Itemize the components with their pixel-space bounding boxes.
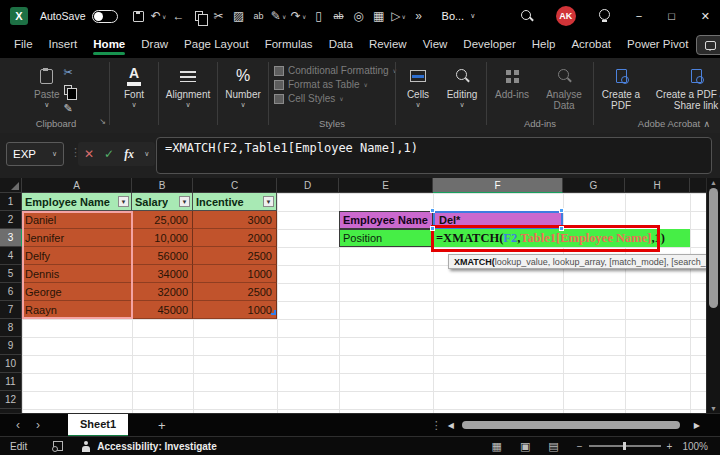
row-header-4[interactable]: 4	[0, 247, 22, 265]
cell-A4[interactable]: Delfy	[22, 247, 132, 265]
zoom-in-button[interactable]: +	[667, 441, 673, 452]
name-box[interactable]: EXP ∨	[6, 142, 64, 166]
filter-button[interactable]: ▼	[118, 196, 129, 207]
autosave-toggle[interactable]	[92, 10, 118, 23]
sheet-tab-sheet1[interactable]: Sheet1	[68, 414, 128, 437]
row-header-6[interactable]: 6	[0, 283, 22, 301]
cell-C5[interactable]: 1000	[193, 265, 277, 283]
column-header-a[interactable]: A	[22, 178, 132, 193]
scrollbar-dots-icon[interactable]: ⋮	[431, 419, 442, 432]
row-header-2[interactable]: 2	[0, 211, 22, 229]
table-resize-handle[interactable]	[271, 310, 276, 315]
comments-button[interactable]: Comments	[696, 35, 720, 55]
close-button[interactable]: ✕	[701, 10, 710, 23]
scroll-right-icon[interactable]: ▶	[694, 421, 700, 430]
cells-button[interactable]: Cells ∨	[407, 60, 429, 107]
minimize-button[interactable]: −	[636, 10, 642, 22]
cell-B3[interactable]: 10,000	[132, 229, 193, 247]
tab-insert[interactable]: Insert	[41, 34, 86, 56]
filter-button[interactable]: ▼	[263, 196, 274, 207]
tab-power-pivot[interactable]: Power Pivot	[619, 34, 696, 56]
add-sheet-button[interactable]: +	[158, 418, 166, 433]
cell-A5[interactable]: Dennis	[22, 265, 132, 283]
table-header-incentive[interactable]: Incentive▼	[193, 193, 277, 211]
cell-E3[interactable]: Position	[339, 229, 433, 247]
tab-help[interactable]: Help	[524, 34, 564, 56]
scroll-left-icon[interactable]: ◀	[448, 421, 454, 430]
alignment-button[interactable]: Alignment ∨	[166, 60, 210, 107]
zoom-slider-thumb[interactable]	[623, 442, 626, 450]
vertical-scrollbar-thumb[interactable]	[709, 188, 718, 308]
ink-pen-icon[interactable]: ✎∨	[270, 7, 288, 25]
cell-C4[interactable]: 2500	[193, 247, 277, 265]
spreadsheet-grid[interactable]: ABCDEFGH12345678910111213Employee Name▼S…	[0, 178, 706, 413]
new-file-icon[interactable]: ▯	[310, 7, 328, 25]
selection-handle[interactable]	[430, 226, 435, 231]
horizontal-scrollbar-thumb[interactable]	[462, 421, 680, 429]
number-button[interactable]: % Number ∨	[225, 60, 261, 107]
cell-C6[interactable]: 2500	[193, 283, 277, 301]
row-header-12[interactable]: 12	[0, 391, 22, 409]
menu-item-cell-styles[interactable]: Cell Styles∨	[270, 93, 394, 104]
column-header-e[interactable]: E	[339, 178, 433, 193]
column-header-partial[interactable]	[690, 178, 706, 193]
cell-E2[interactable]: Employee Name	[339, 211, 433, 229]
addins-button[interactable]: Add-ins	[490, 60, 534, 116]
workbook-name-menu[interactable]: Bo... ∨	[442, 10, 476, 22]
camera-icon[interactable]: ◎	[350, 7, 368, 25]
formula-input[interactable]: =XMATCH(F2,Table1[Employee Name],1)	[156, 137, 712, 174]
tab-formulas[interactable]: Formulas	[257, 34, 321, 56]
undo-icon[interactable]: ↶∨	[150, 7, 168, 25]
lightbulb-icon[interactable]	[598, 9, 610, 23]
page-layout-view-icon[interactable]: ▣	[520, 440, 530, 453]
save-icon[interactable]	[130, 7, 148, 25]
tab-review[interactable]: Review	[361, 34, 415, 56]
tab-view[interactable]: View	[415, 34, 456, 56]
maximize-button[interactable]: □	[668, 10, 675, 22]
zoom-level[interactable]: 100%	[682, 441, 708, 452]
page-break-view-icon[interactable]: ▤	[548, 440, 558, 453]
create-pdf-button[interactable]: Create a PDF	[596, 60, 646, 116]
insert-function-button[interactable]: fx	[124, 147, 134, 162]
vertical-scrollbar[interactable]: ▲ ▼	[706, 178, 720, 413]
copy-icon[interactable]	[190, 7, 208, 25]
column-header-g[interactable]: G	[563, 178, 625, 193]
sheet-nav-left-icon[interactable]: ‹	[16, 418, 20, 432]
dialog-launcher-icon[interactable]: ↘	[99, 117, 106, 126]
tab-draw[interactable]: Draw	[133, 34, 176, 56]
tab-developer[interactable]: Developer	[455, 34, 523, 56]
cell-B5[interactable]: 34000	[132, 265, 193, 283]
table-header-employee-name[interactable]: Employee Name▼	[22, 193, 132, 211]
filter-button[interactable]: ▼	[179, 196, 190, 207]
zoom-slider[interactable]	[589, 445, 661, 447]
cell-B4[interactable]: 56000	[132, 247, 193, 265]
create-pdf-share-button[interactable]: Create a PDF and Share link	[650, 60, 720, 116]
horizontal-scrollbar[interactable]	[460, 420, 688, 430]
tab-data[interactable]: Data	[321, 34, 361, 56]
table-header-salary[interactable]: Salary▼	[132, 193, 193, 211]
tab-acrobat[interactable]: Acrobat	[563, 34, 619, 56]
cell-B6[interactable]: 32000	[132, 283, 193, 301]
column-header-d[interactable]: D	[277, 178, 339, 193]
paste-button[interactable]: Paste ∨	[34, 60, 60, 116]
font-button[interactable]: A Font ∨	[124, 60, 144, 107]
cut-icon[interactable]: ✂	[210, 7, 228, 25]
cell-C7[interactable]: 1000	[193, 301, 277, 319]
select-all-corner[interactable]	[0, 178, 22, 193]
cell-C2[interactable]: 3000	[193, 211, 277, 229]
cell-A3[interactable]: Jennifer	[22, 229, 132, 247]
excel-logo[interactable]: X	[10, 7, 28, 25]
row-header-10[interactable]: 10	[0, 355, 22, 373]
avatar[interactable]: AK	[556, 6, 576, 26]
row-header-11[interactable]: 11	[0, 373, 22, 391]
selection-handle[interactable]	[430, 208, 435, 213]
more-commands-icon[interactable]: »	[410, 7, 428, 25]
picture-icon[interactable]: ▨	[230, 7, 248, 25]
menu-item-format-as-table[interactable]: Format as Table∨	[270, 79, 394, 90]
editing-button[interactable]: Editing ∨	[447, 60, 478, 107]
accessibility-status[interactable]: Accessibility: Investigate	[97, 441, 217, 452]
zoom-out-button[interactable]: −	[577, 441, 583, 452]
row-header-7[interactable]: 7	[0, 301, 22, 319]
macro-record-icon[interactable]	[53, 441, 63, 451]
cut-button[interactable]: ✂	[64, 65, 78, 79]
